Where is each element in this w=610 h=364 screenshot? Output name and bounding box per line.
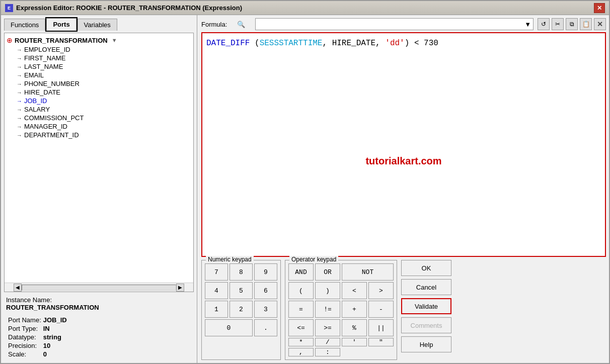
numeric-keypad-title: Numeric keypad	[206, 256, 254, 263]
toolbar-icons: ↺ ✂ ⧉ 📋 ✕	[538, 18, 606, 30]
dropdown-arrow-icon: ▼	[524, 21, 531, 28]
tree-root-icon: ⊕	[7, 36, 13, 44]
clear-button[interactable]: ✕	[594, 18, 606, 30]
keypad-dot[interactable]: .	[254, 319, 277, 336]
list-item[interactable]: → COMMISSION_PCT	[17, 114, 191, 122]
list-item[interactable]: → FIRST_NAME	[17, 54, 191, 62]
tree-expand-arrow: ▼	[112, 37, 117, 43]
cut-button[interactable]: ✂	[552, 18, 564, 30]
list-item[interactable]: → LAST_NAME	[17, 62, 191, 71]
list-item[interactable]: → DEPARTMENT_ID	[17, 131, 191, 139]
scroll-right-button[interactable]: ▶	[176, 284, 184, 292]
op-lt[interactable]: <	[342, 282, 367, 299]
tab-functions[interactable]: Functions	[4, 19, 45, 31]
keypad-5[interactable]: 5	[230, 282, 253, 299]
op-div[interactable]: /	[315, 338, 340, 346]
keypad-3[interactable]: 3	[254, 301, 277, 318]
precision-label: Precision:	[8, 342, 41, 349]
list-item[interactable]: → HIRE_DATE	[17, 88, 191, 97]
window-close-button[interactable]: ✕	[594, 3, 605, 13]
scale-label: Scale:	[8, 350, 41, 358]
operator-keypad-title: Operator keypad	[289, 256, 338, 263]
op-eq[interactable]: =	[288, 301, 314, 318]
list-item[interactable]: → EMPLOYEE_ID	[17, 45, 191, 54]
tree-items: → EMPLOYEE_ID → FIRST_NAME → LAST_NAME	[7, 45, 191, 139]
horizontal-scrollbar[interactable]: ◀ ▶	[5, 283, 193, 292]
formula-bar: Formula: 🔍 ▼ ↺ ✂ ⧉ 📋 ✕	[201, 18, 606, 30]
keypad-4[interactable]: 4	[205, 282, 228, 299]
help-button[interactable]: Help	[401, 336, 451, 352]
binoculars-icon: 🔍	[237, 21, 245, 28]
expression-text: DATE_DIFF (SESSSTARTTIME, HIRE_DATE, 'dd…	[206, 37, 601, 50]
undo-button[interactable]: ↺	[538, 18, 550, 30]
op-concat[interactable]: ||	[368, 319, 394, 336]
op-and[interactable]: AND	[288, 263, 314, 281]
paste-button[interactable]: 📋	[580, 18, 592, 30]
operator-keypad-grid: AND OR NOT ( ) < > = != + - <= >= %	[288, 263, 394, 356]
validate-button[interactable]: Validate	[401, 298, 451, 314]
scroll-track[interactable]	[22, 285, 176, 291]
operator-keypad-group: Operator keypad AND OR NOT ( ) < > = != …	[285, 260, 397, 360]
expression-editor[interactable]: DATE_DIFF (SESSSTARTTIME, HIRE_DATE, 'dd…	[201, 32, 606, 257]
port-name-value: JOB_ID	[43, 316, 67, 324]
port-type-value: IN	[43, 325, 67, 332]
tree-root-label: ROUTER_TRANSFORMATION	[15, 37, 108, 44]
copy-button[interactable]: ⧉	[566, 18, 578, 30]
datatype-value: string	[43, 333, 67, 341]
tree-container: ⊕ ROUTER_TRANSFORMATION ▼ → EMPLOYEE_ID …	[4, 33, 194, 292]
keypad-7[interactable]: 7	[205, 263, 228, 281]
main-window: E Expression Editor: ROOKIE - ROUTER_TRA…	[0, 0, 610, 364]
main-content: Functions Ports Variables ⊕ ROUTER_TRANS…	[1, 15, 609, 363]
list-item[interactable]: → EMAIL	[17, 71, 191, 79]
op-minus[interactable]: -	[368, 301, 394, 318]
op-gt[interactable]: >	[368, 282, 394, 299]
numeric-keypad-group: Numeric keypad 7 8 9 4 5 6 1 2 3 0 .	[201, 260, 281, 360]
tab-ports[interactable]: Ports	[46, 18, 76, 31]
keypad-1[interactable]: 1	[205, 301, 228, 318]
ok-button[interactable]: OK	[401, 260, 451, 276]
precision-value: 10	[43, 342, 67, 349]
scroll-left-button[interactable]: ◀	[14, 284, 22, 292]
tab-variables[interactable]: Variables	[78, 19, 117, 31]
tree-scroll[interactable]: ⊕ ROUTER_TRANSFORMATION ▼ → EMPLOYEE_ID …	[5, 33, 193, 283]
op-or[interactable]: OR	[315, 263, 340, 281]
op-mod[interactable]: %	[342, 319, 367, 336]
op-not[interactable]: NOT	[342, 263, 394, 281]
expr-function-name: DATE_DIFF	[206, 39, 250, 48]
port-name-label: Port Name:	[8, 316, 41, 324]
port-type-label: Port Type:	[8, 325, 41, 332]
keypad-2[interactable]: 2	[230, 301, 253, 318]
binoculars-icon-btn[interactable]: 🔍	[231, 21, 251, 28]
comments-button[interactable]: Comments	[401, 317, 451, 333]
title-bar: E Expression Editor: ROOKIE - ROUTER_TRA…	[1, 1, 609, 15]
op-neq[interactable]: !=	[315, 301, 340, 318]
op-mul[interactable]: *	[288, 338, 314, 346]
op-plus[interactable]: +	[342, 301, 367, 318]
app-icon: E	[5, 4, 13, 12]
left-panel: Functions Ports Variables ⊕ ROUTER_TRANS…	[1, 15, 197, 363]
tree-root-item[interactable]: ⊕ ROUTER_TRANSFORMATION ▼	[7, 35, 191, 45]
keypad-8[interactable]: 8	[230, 263, 253, 281]
list-item[interactable]: → SALARY	[17, 105, 191, 114]
expr-param3: 'dd'	[385, 39, 404, 48]
cancel-button[interactable]: Cancel	[401, 279, 451, 295]
keypad-6[interactable]: 6	[254, 282, 277, 299]
op-lte[interactable]: <=	[288, 319, 314, 336]
keypad-0[interactable]: 0	[205, 319, 253, 336]
op-comma[interactable]: ,	[288, 348, 314, 356]
op-lparen[interactable]: (	[288, 282, 314, 299]
formula-dropdown[interactable]: ▼	[255, 18, 533, 30]
expr-param1: SESSSTARTTIME	[260, 39, 323, 48]
list-item[interactable]: → MANAGER_ID	[17, 122, 191, 131]
formula-label: Formula:	[201, 21, 227, 28]
op-dquote[interactable]: "	[368, 338, 394, 346]
op-gte[interactable]: >=	[315, 319, 340, 336]
instance-name-label: Instance Name:	[6, 296, 52, 304]
op-squote[interactable]: '	[342, 338, 367, 346]
op-rparen[interactable]: )	[315, 282, 340, 299]
op-colon[interactable]: :	[315, 348, 340, 356]
list-item[interactable]: → JOB_ID	[17, 97, 191, 105]
numeric-keypad-grid: 7 8 9 4 5 6 1 2 3 0 .	[205, 263, 277, 336]
keypad-9[interactable]: 9	[254, 263, 277, 281]
list-item[interactable]: → PHONE_NUMBER	[17, 79, 191, 88]
